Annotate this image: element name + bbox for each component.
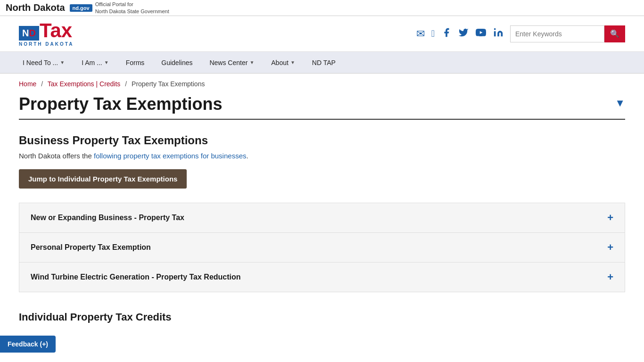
nav-arrow-about: ▼ bbox=[290, 60, 295, 65]
jump-to-individual-button[interactable]: Jump to Individual Property Tax Exemptio… bbox=[19, 169, 187, 189]
nav-item-nd-tap[interactable]: ND TAP bbox=[304, 52, 344, 74]
logo-nd-box: ND bbox=[19, 26, 39, 41]
facebook-icon-f[interactable] bbox=[441, 27, 452, 40]
breadcrumb-tax-exemptions[interactable]: Tax Exemptions | Credits bbox=[48, 80, 121, 88]
accordion-expand-icon-1: + bbox=[607, 241, 613, 254]
linkedin-icon[interactable] bbox=[493, 27, 504, 41]
accordion-item-new-expanding: New or Expanding Business - Property Tax… bbox=[19, 203, 625, 233]
business-section-title: Business Property Tax Exemptions bbox=[19, 134, 625, 147]
breadcrumb-current: Property Tax Exemptions bbox=[132, 80, 205, 88]
accordion-header-wind-turbine[interactable]: Wind Turbine Electric Generation - Prope… bbox=[19, 263, 625, 292]
accordion-header-new-expanding[interactable]: New or Expanding Business - Property Tax… bbox=[19, 203, 625, 232]
accordion-item-personal: Personal Property Tax Exemption + bbox=[19, 233, 625, 263]
business-desc: North Dakota offers the following proper… bbox=[19, 152, 625, 160]
nav-arrow-i-am: ▼ bbox=[104, 60, 109, 65]
official-text: Official Portal for North Dakota State G… bbox=[95, 1, 169, 15]
page-title-section: Property Tax Exemptions ▼ bbox=[0, 94, 644, 124]
nav-item-forms[interactable]: Forms bbox=[117, 52, 153, 74]
search-button[interactable]: 🔍 bbox=[604, 25, 625, 42]
breadcrumb-home[interactable]: Home bbox=[19, 80, 36, 88]
twitter-icon[interactable] bbox=[458, 27, 469, 41]
logo-subtitle: NORTH DAKOTA bbox=[19, 41, 74, 47]
search-input[interactable] bbox=[510, 25, 604, 42]
logo-area: ND Tax NORTH DAKOTA bbox=[19, 21, 74, 47]
accordion-expand-icon-0: + bbox=[607, 212, 613, 224]
accordion-item-wind-turbine: Wind Turbine Electric Generation - Prope… bbox=[19, 263, 625, 292]
accordion-header-personal[interactable]: Personal Property Tax Exemption + bbox=[19, 233, 625, 262]
nav-arrow-news-center: ▼ bbox=[249, 60, 254, 65]
main-content: Business Property Tax Exemptions North D… bbox=[0, 124, 644, 302]
individual-section-title: Individual Property Tax Credits bbox=[19, 311, 625, 323]
youtube-icon[interactable] bbox=[475, 27, 487, 41]
site-logo: ND Tax NORTH DAKOTA bbox=[19, 21, 74, 47]
search-area: 🔍 bbox=[510, 25, 625, 42]
individual-section: Individual Property Tax Credits bbox=[0, 302, 644, 328]
nav-item-about[interactable]: About ▼ bbox=[263, 52, 304, 74]
svg-point-2 bbox=[494, 28, 496, 30]
title-chevron-icon: ▼ bbox=[615, 97, 625, 109]
breadcrumb: Home / Tax Exemptions | Credits / Proper… bbox=[0, 74, 644, 94]
header-right: ✉  🔍 bbox=[416, 25, 625, 42]
nav-item-i-am[interactable]: I Am ... ▼ bbox=[73, 52, 117, 74]
site-header: ND Tax NORTH DAKOTA ✉  🔍 bbox=[0, 16, 644, 52]
social-icons: ✉  bbox=[416, 27, 504, 41]
logo-tax-text: Tax bbox=[40, 21, 72, 41]
business-desc-link[interactable]: following property tax exemptions for bu… bbox=[94, 152, 247, 160]
email-icon[interactable]: ✉ bbox=[416, 28, 425, 40]
accordion: New or Expanding Business - Property Tax… bbox=[19, 203, 625, 292]
facebook-icon[interactable]:  bbox=[431, 28, 435, 39]
official-portal-info: nd.gov Official Portal for North Dakota … bbox=[70, 1, 169, 15]
page-title: Property Tax Exemptions ▼ bbox=[19, 94, 625, 120]
accordion-expand-icon-2: + bbox=[607, 271, 613, 283]
nav-item-guidelines[interactable]: Guidelines bbox=[153, 52, 201, 74]
main-nav: I Need To ... ▼ I Am ... ▼ Forms Guideli… bbox=[0, 52, 644, 74]
nav-item-news-center[interactable]: News Center ▼ bbox=[201, 52, 263, 74]
nav-item-i-need-to[interactable]: I Need To ... ▼ bbox=[14, 52, 73, 74]
nd-gov-badge: nd.gov bbox=[70, 4, 92, 12]
nav-arrow-i-need-to: ▼ bbox=[60, 60, 65, 65]
svg-rect-1 bbox=[494, 31, 496, 36]
top-bar: North Dakota nd.gov Official Portal for … bbox=[0, 0, 644, 16]
state-name: North Dakota bbox=[6, 2, 65, 13]
